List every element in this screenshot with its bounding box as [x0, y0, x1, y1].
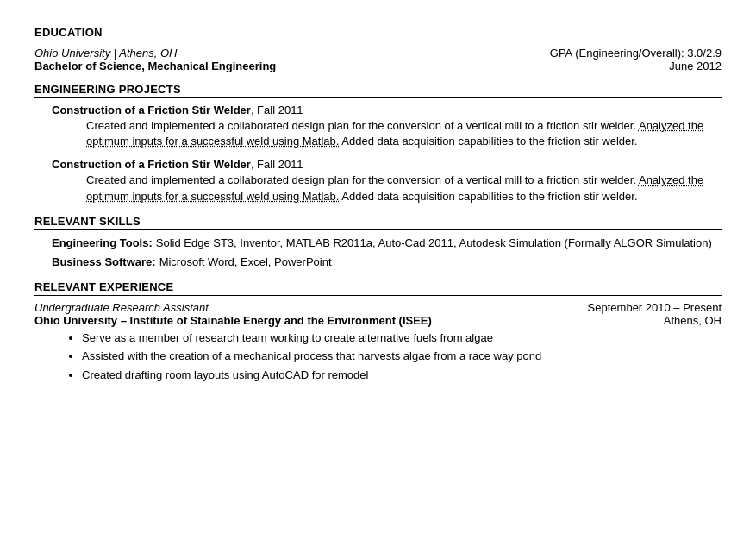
experience-org-row: Ohio University – Institute of Stainable…	[34, 314, 722, 327]
skills-label-1: Engineering Tools:	[52, 236, 153, 251]
skills-row-2: Business Software: Microsoft Word, Excel…	[52, 254, 722, 270]
engineering-projects-section: ENGINEERING PROJECTS Construction of a F…	[34, 83, 722, 204]
project-1-title: Construction of a Friction Stir Welder	[52, 104, 251, 116]
skills-value-1: Solid Edge ST3, Inventor, MATLAB R2011a,…	[156, 236, 722, 251]
education-left: Ohio University | Athens, OH	[34, 47, 550, 60]
relevant-experience-section: RELEVANT EXPERIENCE Undergraduate Resear…	[34, 280, 722, 383]
project-item-1: Construction of a Friction Stir Welder, …	[52, 104, 722, 149]
project-1-desc-2: Added data acquisition capabilities to t…	[341, 135, 637, 148]
project-2-desc-2: Added data acquisition capabilities to t…	[341, 190, 637, 203]
graduation-date: June 2012	[669, 60, 722, 72]
experience-bullet-list: Serve as a member of research team worki…	[82, 330, 722, 383]
skills-value-2: Microsoft Word, Excel, PowerPoint	[159, 254, 722, 270]
education-degree-row: Bachelor of Science, Mechanical Engineer…	[34, 60, 722, 72]
relevant-skills-title: RELEVANT SKILLS	[34, 215, 722, 230]
bullet-2: Assisted with the creation of a mechanic…	[82, 349, 722, 364]
institution-name: Ohio University	[34, 47, 110, 60]
project-2-title: Construction of a Friction Stir Welder	[52, 158, 251, 171]
project-2-desc: Created and implemented a collaborated d…	[86, 173, 722, 204]
project-1-desc: Created and implemented a collaborated d…	[86, 118, 722, 149]
degree-left: Bachelor of Science, Mechanical Engineer…	[34, 60, 669, 72]
skills-row-1: Engineering Tools: Solid Edge ST3, Inven…	[52, 236, 722, 251]
institution-location: Athens, OH	[119, 47, 177, 60]
project-1-term: , Fall 2011	[251, 104, 303, 116]
experience-dates: September 2010 – Present	[588, 301, 722, 314]
education-right: GPA (Engineering/Overall): 3.0/2.9	[550, 47, 722, 60]
experience-org: Ohio University – Institute of Stainable…	[34, 314, 664, 327]
experience-title-row: Undergraduate Research Assistant Septemb…	[34, 301, 722, 314]
education-header: Ohio University | Athens, OH GPA (Engine…	[34, 47, 722, 60]
project-item-2: Construction of a Friction Stir Welder, …	[52, 158, 722, 204]
engineering-projects-title: ENGINEERING PROJECTS	[34, 83, 722, 98]
relevant-skills-section: RELEVANT SKILLS Engineering Tools: Solid…	[34, 215, 722, 270]
relevant-experience-title: RELEVANT EXPERIENCE	[34, 280, 722, 296]
experience-title: Undergraduate Research Assistant	[34, 301, 588, 314]
project-1-desc-1: Created and implemented a collaborated d…	[86, 119, 636, 132]
education-title: EDUCATION	[34, 26, 722, 41]
gpa-label: GPA (Engineering/Overall):	[550, 47, 684, 60]
bullet-1: Serve as a member of research team worki…	[82, 330, 722, 346]
education-section: EDUCATION Ohio University | Athens, OH G…	[34, 26, 722, 72]
gpa-value: 3.0/2.9	[687, 47, 722, 60]
skills-label-2: Business Software:	[52, 254, 156, 270]
bullet-3: Created drafting room layouts using Auto…	[82, 368, 722, 383]
degree-right: June 2012	[669, 60, 722, 72]
project-2-term: , Fall 2011	[251, 158, 303, 171]
experience-org-location: Athens, OH	[664, 314, 722, 327]
degree-name: Bachelor of Science, Mechanical Engineer…	[34, 60, 276, 72]
project-2-desc-1: Created and implemented a collaborated d…	[86, 173, 636, 186]
